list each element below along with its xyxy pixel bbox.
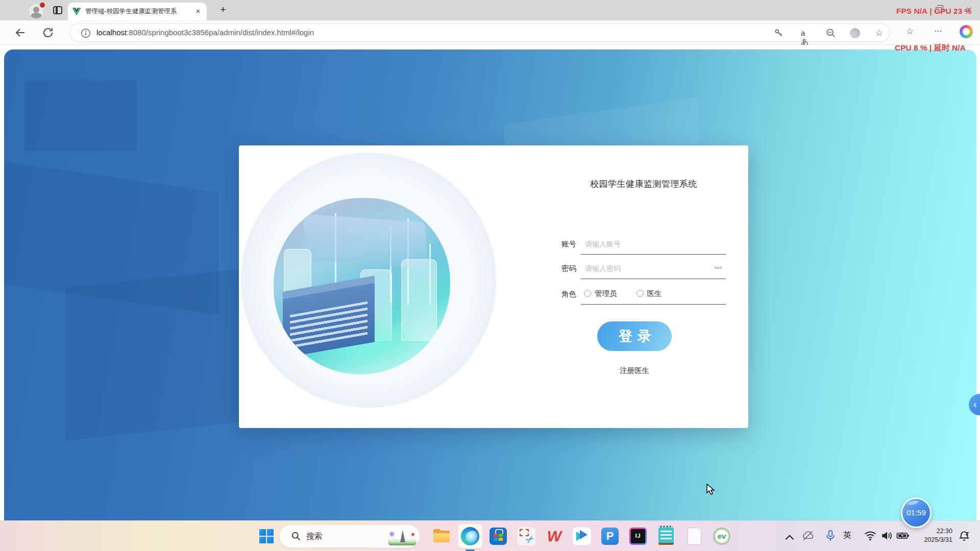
taskbar-snipping-tool[interactable]: ✂ xyxy=(516,526,536,546)
taskbar-search-box[interactable]: 搜索 ❄ ✷ xyxy=(279,524,420,548)
document-icon xyxy=(688,528,701,545)
speaker-icon[interactable] xyxy=(880,529,893,542)
avatar-person-icon xyxy=(31,13,42,18)
taskbar-microsoft-store[interactable] xyxy=(488,526,508,546)
login-card: 校园学生健康监测管理系统 账号 密码 角色 xyxy=(239,145,748,428)
firework-icon: ❄ xyxy=(389,530,395,538)
edge-sync-muted-icon xyxy=(850,28,860,38)
role-label: 角色 xyxy=(561,289,576,299)
start-button[interactable] xyxy=(256,526,277,546)
radio-circle-icon xyxy=(584,290,591,297)
page-content: 校园学生健康监测管理系统 账号 密码 角色 xyxy=(0,45,980,551)
browser-window: 管理端-校园学生健康监测管理系 × + × FPS N/A | GPU 23 %… xyxy=(0,0,980,551)
notification-bell-icon[interactable] xyxy=(958,530,971,543)
vue-logo-icon xyxy=(72,8,81,16)
password-key-icon[interactable] xyxy=(773,28,785,39)
taskbar-ev-capture[interactable]: ev xyxy=(712,526,732,546)
snipping-tool-icon: ✂ xyxy=(517,527,535,545)
address-bar[interactable]: localhost:8080/springboot3c3856pa/admin/… xyxy=(69,23,890,42)
tray-time: 22:30 xyxy=(910,527,952,536)
password-label: 密码 xyxy=(561,264,576,273)
taskbar-clock[interactable]: 22:30 2025/3/31 xyxy=(910,527,952,544)
onedrive-paused-icon[interactable] xyxy=(801,529,815,542)
role-radio-doctor[interactable]: 医生 xyxy=(636,289,662,297)
taskbar-tencent-docs[interactable] xyxy=(572,526,592,546)
login-button[interactable]: 登录 xyxy=(597,321,672,351)
taskbar-p-app[interactable]: P xyxy=(600,526,620,546)
search-placeholder: 搜索 xyxy=(306,531,322,542)
file-explorer-icon xyxy=(432,527,451,546)
search-icon xyxy=(291,531,301,541)
taskbar-intellij-idea[interactable]: IJ xyxy=(628,526,648,546)
new-tab-button[interactable]: + xyxy=(217,4,229,16)
ev-capture-icon: ev xyxy=(713,528,730,545)
url-text: localhost:8080/springboot3c3856pa/admin/… xyxy=(96,28,314,37)
firework-icon: ✷ xyxy=(410,531,415,538)
notepad-icon xyxy=(658,528,674,545)
account-label: 账号 xyxy=(561,239,576,249)
role-radio-admin[interactable]: 管理员 xyxy=(584,289,617,297)
perf-overlay-fps-gpu: FPS N/A | GPU 23 % xyxy=(896,7,971,16)
tab-strip: 管理端-校园学生健康监测管理系 × + × FPS N/A | GPU 23 % xyxy=(0,0,980,20)
translate-icon[interactable]: aあ xyxy=(801,29,812,40)
tray-chevron-up-icon[interactable] xyxy=(783,531,796,544)
login-form: 校园学生健康监测管理系统 账号 密码 角色 xyxy=(561,145,726,428)
tray-date: 2025/3/31 xyxy=(910,536,952,544)
perf-overlay-cpu-latency: CPU 8 % | 延时 N/A xyxy=(895,43,966,54)
login-illustration xyxy=(274,198,450,374)
taskbar-text-document[interactable] xyxy=(684,526,704,546)
zoom-out-icon[interactable] xyxy=(825,28,837,39)
floating-clock-widget[interactable]: 01:59 xyxy=(901,497,932,528)
taskbar-notepad[interactable] xyxy=(656,526,676,546)
edge-logo-icon xyxy=(461,527,479,545)
browser-toolbar: localhost:8080/springboot3c3856pa/admin/… xyxy=(0,20,980,45)
battery-charging-icon[interactable] xyxy=(896,529,910,542)
password-row: 密码 xyxy=(561,259,726,279)
eiffel-tower-icon xyxy=(400,530,405,542)
favorites-collection-icon[interactable]: ☆ xyxy=(906,26,914,37)
radio-circle-icon xyxy=(636,290,644,297)
taskbar: 搜索 ❄ ✷ ✂ W P IJ xyxy=(0,520,980,551)
intellij-idea-icon: IJ xyxy=(629,528,647,545)
avatar-person-icon xyxy=(33,7,39,13)
mouse-cursor xyxy=(706,484,717,496)
wifi-icon[interactable] xyxy=(864,529,877,542)
microsoft-store-icon xyxy=(489,528,507,545)
taskbar-file-explorer[interactable] xyxy=(431,526,452,546)
ime-language-indicator[interactable]: 英 xyxy=(843,530,856,543)
account-input[interactable] xyxy=(585,236,707,252)
back-icon[interactable] xyxy=(14,27,27,39)
windows-logo-icon xyxy=(259,529,274,543)
tab-close-icon[interactable]: × xyxy=(193,7,203,16)
site-info-icon[interactable] xyxy=(80,28,91,39)
copilot-icon[interactable] xyxy=(960,25,973,38)
role-row: 角色 管理员 医生 xyxy=(561,284,726,305)
password-visibility-icon[interactable] xyxy=(714,265,723,272)
taskbar-wps-office[interactable]: W xyxy=(544,526,565,546)
login-background: 校园学生健康监测管理系统 账号 密码 角色 xyxy=(4,49,976,551)
search-highlight-thumbnail[interactable]: ❄ ✷ xyxy=(388,528,416,545)
add-favorite-icon[interactable]: ☆ xyxy=(875,28,887,39)
register-doctor-link[interactable]: 注册医生 xyxy=(561,366,707,375)
tab-title: 管理端-校园学生健康监测管理系 xyxy=(85,7,177,16)
tab-actions-icon[interactable] xyxy=(53,6,62,14)
account-row: 账号 xyxy=(561,234,726,255)
wps-office-icon: W xyxy=(547,528,561,545)
settings-more-icon[interactable]: … xyxy=(934,24,943,34)
tencent-docs-icon xyxy=(573,527,591,545)
p-app-icon: P xyxy=(601,528,619,545)
taskbar-edge[interactable] xyxy=(460,526,480,546)
page-title: 校园学生健康监测管理系统 xyxy=(561,178,726,190)
refresh-icon[interactable] xyxy=(42,27,54,39)
browser-tab[interactable]: 管理端-校园学生健康监测管理系 × xyxy=(68,3,207,20)
profile-notification-dot xyxy=(40,3,45,8)
microphone-icon[interactable] xyxy=(824,529,837,542)
password-input[interactable] xyxy=(585,261,707,276)
